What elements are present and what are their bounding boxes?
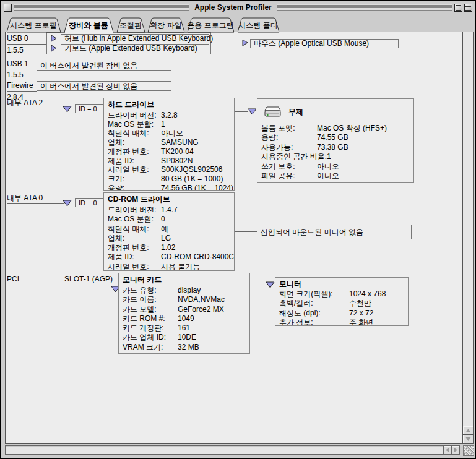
tab-bar: 시스템 프로필 장비와 볼륨 조절판 확장 파일 응용 프로그램 시스템 폴더 (5, 17, 474, 33)
field-label: 흑백/컬러: (279, 299, 349, 308)
tab-label-system-folders[interactable]: 시스템 폴더 (238, 21, 277, 30)
field-value: Mac OS 확장 (HFS+) (317, 124, 387, 133)
scroll-up-button[interactable] (463, 426, 473, 434)
field-value: 1.02 (161, 243, 175, 252)
disclosure-down-icon[interactable] (248, 108, 257, 115)
field-value: display (178, 286, 201, 295)
field-value: 32 MB (178, 343, 199, 352)
zoom-box-icon[interactable] (454, 4, 462, 12)
field-label: 카드 모델: (123, 305, 178, 314)
monitor-card-infobox: 모니터 카드 카드 유형:display 카드 이름:NVDA,NVMac 카드… (118, 273, 250, 354)
resize-grip[interactable] (463, 445, 474, 456)
info-row: 파일 공유:아니오 (261, 171, 411, 181)
scroll-down-button[interactable] (463, 434, 473, 443)
monitor-title: 모니터 (279, 279, 405, 289)
firewire-empty-box: 이 버스에서 발견된 장비 없음 (37, 81, 171, 91)
monitor-card-title: 모니터 카드 (123, 275, 247, 285)
field-value: 1049 (178, 314, 194, 324)
bus-version-usb1: 1.5.5 (7, 71, 24, 79)
disclosure-down-icon[interactable] (63, 200, 72, 207)
info-row: 업체:LG (108, 234, 232, 243)
info-row: 드라이버 버전:3.2.8 (108, 111, 232, 120)
tab-label-extensions[interactable]: 확장 파일 (150, 21, 181, 30)
info-row: 카드 모델:GeForce2 MX (123, 305, 247, 314)
window-title: Apple System Profiler (191, 3, 275, 12)
info-row: 개정판 번호:TK200-04 (108, 147, 232, 157)
field-label: 쓰기 보호: (261, 162, 317, 171)
disclosure-right-icon[interactable] (241, 39, 249, 46)
field-label: Mac OS 분할: (108, 215, 161, 224)
pci-slot-label: SLOT-1 (AGP) (64, 275, 113, 283)
field-label: 시리얼 번호: (108, 262, 161, 271)
field-label: 드라이버 버전: (108, 205, 161, 215)
close-box-icon[interactable] (4, 4, 12, 12)
field-value: 74.56 GB (1K = 1024) (161, 184, 233, 191)
device-box-mouse[interactable]: 마우스 (Apple Optical USB Mouse) (250, 39, 399, 48)
field-value: 161 (178, 324, 190, 333)
title-bar[interactable]: Apple System Profiler (1, 1, 475, 14)
tab-label-applications[interactable]: 응용 프로그램 (187, 21, 233, 30)
info-row: 용량:74.56 GB (1K = 1024) (108, 184, 232, 191)
monitor-infobox: 모니터 화면 크기(픽셀):1024 x 768 흑백/컬러:수천만 해상도 (… (275, 277, 409, 326)
volume-title: 무제 (288, 107, 303, 117)
field-value: 73.38 GB (317, 143, 348, 152)
field-label: 크기: (108, 174, 161, 184)
ata2-id-box: ID = 0 (75, 104, 103, 113)
device-box-hub[interactable]: 허브 (Hub in Apple Extended USB Keyboard) (61, 34, 209, 43)
field-value: GeForce2 MX (178, 305, 224, 314)
tab-label-devices-volumes[interactable]: 장비와 볼륨 (69, 21, 108, 30)
info-row: 카드 ROM #:1049 (123, 314, 247, 324)
info-row: VRAM 크기:32 MB (123, 343, 247, 352)
media-note-label: 삽입되어 마운트된 미디어 없음 (261, 227, 363, 238)
arrow-up-icon (465, 428, 471, 433)
media-note-box: 삽입되어 마운트된 미디어 없음 (257, 225, 412, 239)
field-label: 카드 개정판: (123, 324, 178, 333)
collapse-box-icon[interactable] (464, 4, 472, 12)
device-box-keyboard[interactable]: 키보드 (Apple Extended USB Keyboard) (61, 44, 209, 53)
hard-disk-icon (262, 105, 282, 119)
field-label: 용량: (108, 184, 161, 191)
titlebar-stripes-right (277, 4, 452, 11)
mouse-label: 마우스 (Apple Optical USB Mouse) (254, 38, 369, 49)
ata0-media-connector (235, 231, 257, 232)
ata0-underline (7, 203, 64, 204)
field-value: 아니오 (317, 171, 339, 181)
tab-label-control-panels[interactable]: 조절판 (119, 21, 142, 30)
field-label: 착탈식 매체: (108, 129, 161, 138)
info-row: 착탈식 매체:예 (108, 225, 232, 234)
ata2-volume-connector (235, 111, 248, 112)
field-value: 3.2.8 (161, 111, 178, 120)
info-row: 용량:74.55 GB (261, 133, 411, 142)
field-label: 제품 ID: (108, 252, 161, 262)
vertical-scrollbar[interactable] (462, 32, 473, 443)
firewire-empty-label: 이 버스에서 발견된 장비 없음 (40, 81, 137, 92)
info-row: 개정판 번호:1.02 (108, 243, 232, 252)
keyboard-label: 키보드 (Apple Extended USB Keyboard) (64, 43, 197, 54)
field-value: 아니오 (317, 162, 339, 171)
field-label: 업체: (108, 138, 161, 147)
apple-system-profiler-window: Apple System Profiler USB 0 1.5.5 허브 (Hu… (0, 0, 476, 459)
scroll-left-button[interactable] (443, 446, 451, 454)
disclosure-down-icon[interactable] (266, 281, 275, 288)
tab-label-system-profile[interactable]: 시스템 프로필 (10, 21, 56, 30)
info-row: 착탈식 매체:아니오 (108, 129, 232, 138)
ata2-underline (7, 109, 64, 109)
disclosure-right-icon[interactable] (50, 45, 58, 52)
disclosure-right-icon[interactable] (50, 35, 58, 42)
field-value: 1 (161, 120, 165, 129)
scroll-right-button[interactable] (451, 446, 459, 454)
info-row: 크기:80 GB (1K = 1000) (108, 174, 232, 184)
info-row: Mac OS 분할:0 (108, 215, 232, 224)
card-monitor-connector (250, 285, 266, 285)
horizontal-scrollbar[interactable] (5, 445, 460, 455)
arrow-right-icon (453, 447, 458, 453)
bus-label-pci: PCI (7, 275, 19, 283)
bus-label-ata2: 내부 ATA 2 (7, 98, 43, 107)
field-label: 사용가능: (261, 143, 317, 152)
usb1-underline (7, 69, 37, 69)
field-value: NVDA,NVMac (178, 295, 225, 304)
disclosure-down-icon[interactable] (63, 106, 72, 113)
volume-infobox: 무제 볼륨 포맷:Mac OS 확장 (HFS+) 용량:74.55 GB 사용… (257, 98, 414, 183)
field-value: 1 (327, 152, 331, 161)
info-row: 볼륨 포맷:Mac OS 확장 (HFS+) (261, 124, 411, 133)
